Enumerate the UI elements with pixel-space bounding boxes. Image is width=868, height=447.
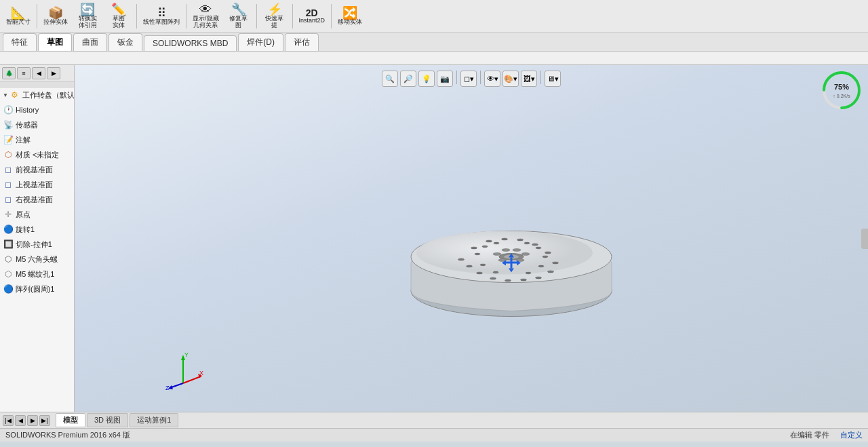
svg-point-31 (542, 256, 548, 258)
right-plane-label: 右视基准面 (16, 195, 53, 205)
expand-icon: ▼ (3, 92, 8, 98)
view-setting-btn[interactable]: 🖥▾ (545, 71, 561, 87)
linear-arr-btn[interactable]: ⠿ 线性草图阵列 (140, 2, 183, 31)
tree-m5-thread[interactable]: ⬡ M5 螺纹孔1 (0, 267, 74, 281)
coordinate-axis: Y X Z (163, 351, 203, 391)
panel-tree-icon[interactable]: 🌲 (2, 67, 16, 79)
repair-sketch-btn[interactable]: 🔧 修复草图 (224, 2, 254, 31)
move-solid-btn[interactable]: 🔀 移动实体 (334, 2, 366, 31)
tree-right-plane[interactable]: ◻ 右视基准面 (0, 192, 74, 207)
tree-circular-arr[interactable]: 🔵 阵列(圆周)1 (0, 281, 74, 296)
sep2 (136, 4, 137, 28)
customize-label[interactable]: 自定义 (840, 430, 863, 440)
svg-point-16 (532, 244, 538, 246)
m5-thread-icon: ⬡ (3, 269, 14, 279)
tab-nav-last[interactable]: ▶| (39, 415, 50, 426)
svg-point-34 (493, 271, 498, 273)
sep4 (256, 4, 257, 28)
svg-point-13 (486, 240, 492, 242)
m5-hex-icon: ⬡ (3, 254, 14, 265)
tab-weld[interactable]: 焊件(D) (238, 33, 283, 51)
show-hide-geo-btn[interactable]: 👁 显示/隐藏几何关系 (189, 2, 222, 31)
tree-front-plane[interactable]: ◻ 前视基准面 (0, 162, 74, 177)
bottom-tab-model[interactable]: 模型 (56, 413, 85, 427)
tab-nav-prev[interactable]: ◀ (15, 415, 26, 426)
display-style-btn[interactable]: ◻▾ (460, 71, 477, 87)
status-bar: SOLIDWORKS Premium 2016 x64 版 在编辑 零件 自定义 (0, 428, 868, 442)
tab-nav-group: |◀ ◀ ▶ ▶| (3, 415, 50, 426)
svg-point-21 (520, 279, 526, 281)
quick-sketch-btn[interactable]: ⚡ 快速草提 (260, 2, 290, 31)
svg-point-11 (458, 258, 464, 260)
panel-nav-bar: 🌲 ≡ ◀ ▶ (0, 65, 74, 82)
viewport-right-panel-btn[interactable] (861, 229, 868, 249)
feature-tree: ▼ ⚙ 工作转盘（默认＜ 🕐 History 📡 传感器 📝 注解 ⬡ 材质 <… (0, 88, 74, 412)
tree-m5-hex[interactable]: ⬡ M5 六角头螺 (0, 252, 74, 267)
svg-point-20 (535, 277, 541, 279)
light-btn[interactable]: 💡 (418, 71, 435, 87)
zoom-in-btn[interactable]: 🔎 (400, 71, 416, 87)
tree-material[interactable]: ⬡ 材质 <未指定 (0, 147, 74, 162)
bottom-tabs-bar: |◀ ◀ ▶ ▶| 模型 3D 视图 运动算例1 (0, 412, 868, 428)
appearance-btn[interactable]: 🎨▾ (502, 71, 519, 87)
svg-rect-39 (510, 263, 512, 268)
cut-label: 切除-拉伸1 (16, 239, 52, 250)
bottom-tab-motion[interactable]: 运动算例1 (130, 413, 178, 427)
svg-line-47 (183, 376, 201, 383)
circular-arr-icon: 🔵 (3, 284, 14, 294)
extrude-btn[interactable]: 📦 拉伸实体 (40, 2, 71, 31)
tree-history[interactable]: 🕐 History (0, 102, 74, 117)
sep3 (186, 4, 186, 28)
main-tabs-row: 特征 草图 曲面 钣金 SOLIDWORKS MBD 焊件(D) 评估 (0, 33, 868, 52)
svg-point-5 (493, 252, 501, 255)
history-label: History (16, 106, 39, 114)
panel-nav-left[interactable]: ◀ (32, 67, 45, 79)
3d-model (396, 142, 627, 334)
tree-origin[interactable]: ✛ 原点 (0, 207, 74, 222)
sensor-label: 传感器 (16, 120, 38, 130)
convert-btn[interactable]: 🔄 转换实体引用 (73, 2, 102, 31)
tab-nav-first[interactable]: |◀ (3, 415, 14, 426)
panel-property-icon[interactable]: ≡ (17, 67, 31, 79)
bottom-tab-3dview[interactable]: 3D 视图 (87, 413, 128, 427)
instant2d-btn[interactable]: 2D Instant2D (296, 2, 329, 31)
svg-point-32 (538, 265, 544, 267)
tab-evaluate[interactable]: 评估 (285, 33, 319, 51)
svg-point-6 (502, 248, 510, 251)
hide-show-btn[interactable]: 👁▾ (484, 71, 500, 87)
tree-revolve1[interactable]: 🔵 旋转1 (0, 222, 74, 237)
3d-viewport[interactable]: 🔍 🔎 💡 📷 ◻▾ 👁▾ 🎨▾ 🖼▾ 🖥▾ (75, 65, 868, 412)
scene-btn[interactable]: 🖼▾ (521, 71, 537, 87)
svg-point-33 (526, 272, 531, 274)
material-label: 材质 <未指定 (16, 150, 59, 160)
sketch-entity-btn[interactable]: ✏️ 草图实体 (104, 2, 134, 31)
svg-point-22 (505, 279, 511, 281)
tree-top-plane[interactable]: ◻ 上视基准面 (0, 177, 74, 192)
svg-point-18 (552, 262, 558, 264)
tree-sensor[interactable]: 📡 传感器 (0, 117, 74, 132)
tab-sheet-metal[interactable]: 钣金 (108, 33, 142, 51)
front-plane-icon: ◻ (3, 164, 14, 175)
app-version-label: SOLIDWORKS Premium 2016 x64 版 (5, 430, 130, 440)
tab-feature[interactable]: 特征 (3, 33, 37, 51)
zoom-to-fit-btn[interactable]: 🔍 (382, 71, 398, 87)
tab-sketch[interactable]: 草图 (38, 33, 72, 51)
tree-root[interactable]: ▼ ⚙ 工作转盘（默认＜ (0, 88, 74, 102)
svg-rect-41 (506, 261, 511, 263)
gauge-percent: 75% (834, 83, 849, 91)
tab-surface[interactable]: 曲面 (73, 33, 107, 51)
svg-point-7 (513, 248, 521, 251)
smart-dim-btn[interactable]: 📐 智能尺寸 (3, 2, 34, 31)
svg-point-25 (466, 265, 472, 267)
tree-root-label: 工作转盘（默认＜ (22, 90, 74, 100)
top-plane-label: 上视基准面 (16, 180, 53, 190)
tab-nav-next[interactable]: ▶ (27, 415, 38, 426)
tree-note[interactable]: 📝 注解 (0, 132, 74, 147)
tree-cut-extrude[interactable]: 🔲 切除-拉伸1 (0, 237, 74, 252)
tab-mbd[interactable]: SOLIDWORKS MBD (144, 35, 237, 51)
svg-rect-43 (511, 261, 517, 263)
editing-status: 在编辑 零件 (790, 430, 829, 440)
camera-btn[interactable]: 📷 (437, 71, 453, 87)
main-area: 🌲 ≡ ◀ ▶ ▼ ⚙ 工作转盘（默认＜ 🕐 History 📡 传感器 (0, 65, 868, 412)
panel-nav-right[interactable]: ▶ (47, 67, 60, 79)
